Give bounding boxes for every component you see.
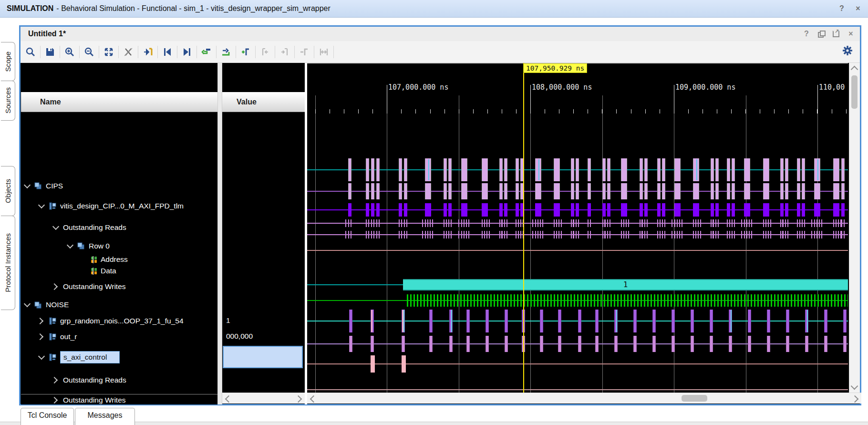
wave-bar [763,158,769,181]
expand-icon[interactable] [51,283,58,290]
zoom-out-icon[interactable] [82,45,96,59]
signal-name-label[interactable]: vitis_design_CIP...0_M_AXI_FPD_tlm [60,202,184,210]
sidebar-tab-objects[interactable]: Objects [1,166,15,216]
wave-window-titlebar[interactable]: Untitled 1* ?↗× [21,27,860,41]
signal-name-label[interactable]: s_axi_control [60,351,120,363]
wave-bar [425,183,431,199]
signal-name-label[interactable]: grp_random_nois...OOP_37_1_fu_54 [60,317,184,325]
signal-name-label[interactable]: Outstanding Reads [63,376,126,384]
sidebar-tab-scope[interactable]: Scope [1,42,15,81]
hscroll-thumb[interactable] [682,395,707,402]
scroll-right-icon[interactable] [295,395,302,403]
tree-row-outstanding-reads[interactable]: Outstanding Reads [21,370,217,390]
hatch-tick [547,294,548,307]
name-value-splitter[interactable] [217,63,222,404]
window-close-icon[interactable]: × [847,30,855,38]
help-icon[interactable]: ? [837,4,846,13]
tree-row-address[interactable]: Address [21,254,217,265]
tree-row-cips[interactable]: CIPS [21,176,217,195]
waveform-vertical-scrollbar[interactable] [849,63,860,393]
cursor-time-flag[interactable]: 107,950.929 ns [523,63,587,73]
scroll-right-icon[interactable] [851,395,859,403]
marker-previous-icon[interactable] [199,45,214,59]
tree-row-outstanding-writes[interactable]: Outstanding Writes [21,390,217,404]
wave-cursor[interactable] [523,63,524,393]
hatch-tick [821,231,822,238]
bottom-tab-messages[interactable]: Messages [75,408,135,425]
value-column-header[interactable]: Value [222,92,305,112]
save-icon[interactable] [43,45,57,59]
signal-name-label[interactable]: Outstanding Writes [63,282,126,291]
unsnap-icon[interactable] [121,45,135,59]
tree-row-outstanding-reads[interactable]: Outstanding Reads [21,217,217,238]
vscroll-thumb[interactable] [851,75,858,109]
waveform-panel[interactable]: 107,000.000 ns108,000.000 ns109,000.000 … [307,63,848,393]
wave-bar [763,183,769,199]
scroll-left-icon[interactable] [225,395,233,403]
go-to-last-transition-icon[interactable] [141,45,155,59]
zoom-in-icon[interactable] [62,45,77,59]
tree-row-outstanding-writes[interactable]: Outstanding Writes [21,277,217,297]
close-icon[interactable]: × [854,4,862,13]
expand-icon[interactable] [37,333,43,340]
signal-name-label[interactable]: out_r [60,332,77,341]
bottom-tab-tcl-console[interactable]: Tcl Console [21,408,74,425]
cyan-stripe [403,310,404,332]
tree-row-data[interactable]: Data [21,265,217,277]
collapse-icon[interactable] [67,241,73,248]
wave-bar [588,183,591,199]
collapse-icon[interactable] [24,301,31,307]
scroll-up-icon[interactable] [851,66,858,73]
hatch-tick [621,231,622,238]
selected-value-cell[interactable] [223,346,303,368]
hatch-tick [836,219,837,227]
tree-row-vitis-design-cip-0-m-axi-fpd-tlm[interactable]: vitis_design_CIP...0_M_AXI_FPD_tlm [21,195,217,217]
signal-name-label[interactable]: Data [101,267,116,275]
signal-name-label[interactable]: Outstanding Writes [63,396,126,404]
previous-transition-icon[interactable] [160,45,175,59]
hatch-tick [641,231,642,238]
hatch-tick [561,231,562,238]
window-maximize-icon[interactable]: ↗ [832,30,840,38]
collapse-icon[interactable] [38,352,45,359]
sidebar-tab-protocol-instances[interactable]: Protocol Instances [1,216,15,310]
hatch-tick [558,219,559,227]
add-edge-icon[interactable] [238,45,253,59]
signal-name-label[interactable]: Outstanding Reads [63,223,126,232]
window-float-icon[interactable] [817,30,826,38]
expand-icon[interactable] [37,317,43,324]
expand-icon[interactable] [51,376,58,383]
hatch-tick [373,219,374,227]
tree-row-grp-random-nois-oop-37-1-fu-54[interactable]: grp_random_nois...OOP_37_1_fu_54 [21,313,217,329]
signal-name-label[interactable]: NOISE [46,301,69,309]
collapse-icon[interactable] [38,201,45,208]
scroll-down-icon[interactable] [851,383,858,390]
window-help-icon[interactable]: ? [802,30,811,38]
signal-name-label[interactable]: CIPS [46,182,63,190]
hatch-tick [516,231,517,238]
next-transition-icon[interactable] [180,45,194,59]
signal-name-label[interactable]: Address [101,255,128,264]
collapse-icon[interactable] [52,223,59,229]
settings-gear-icon[interactable] [842,45,853,56]
value-horizontal-scrollbar[interactable] [222,393,305,404]
zoom-fit-icon[interactable] [102,45,116,59]
signal-name-label[interactable]: Row 0 [89,242,110,250]
expand-icon[interactable] [51,396,58,403]
tree-row-row-0[interactable]: Row 0 [21,238,217,254]
waveform-horizontal-scrollbar[interactable] [307,393,861,404]
tree-row-noise[interactable]: NOISE [21,297,217,313]
marker-next-icon[interactable] [219,45,233,59]
hatch-tick [774,294,775,307]
hatch-tick [500,294,502,307]
tree-row-s-axi-control[interactable]: s_axi_control [21,344,217,370]
wave-bar [693,158,699,181]
tree-row-out-r[interactable]: out_r [21,329,217,344]
scroll-left-icon[interactable] [310,395,318,403]
find-icon[interactable] [23,45,38,59]
sidebar-tab-sources[interactable]: Sources [1,81,15,121]
collapse-icon[interactable] [24,181,31,188]
name-column-header[interactable]: Name [21,92,217,112]
hatch-tick [554,231,555,238]
hatch-tick [831,294,832,307]
